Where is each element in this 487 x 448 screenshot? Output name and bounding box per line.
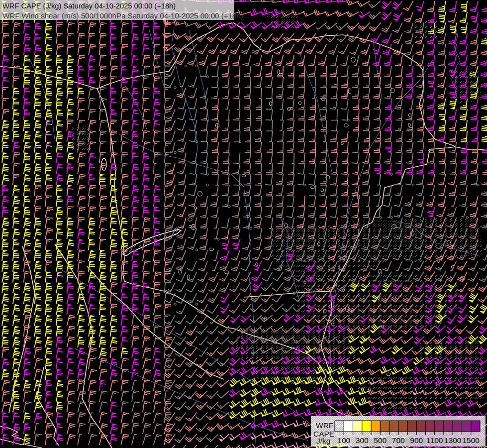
svg-text:1300: 1300 (444, 436, 462, 445)
svg-text:100: 100 (337, 436, 350, 445)
svg-text:900: 900 (410, 436, 423, 445)
svg-text:700: 700 (392, 436, 405, 445)
svg-text:300: 300 (356, 436, 369, 445)
svg-text:WRF CAPE (J/kg) Saturday 04-10: WRF CAPE (J/kg) Saturday 04-10-2025 00:0… (2, 2, 176, 10)
svg-text:WRF Wind shear (m/s) 500/1000h: WRF Wind shear (m/s) 500/1000hPa Saturda… (2, 11, 243, 20)
svg-text:500: 500 (374, 436, 387, 445)
svg-text:WRF: WRF (316, 421, 333, 430)
svg-text:J/kg: J/kg (316, 437, 330, 445)
svg-text:1500: 1500 (463, 436, 480, 445)
svg-text:1100: 1100 (426, 436, 443, 445)
